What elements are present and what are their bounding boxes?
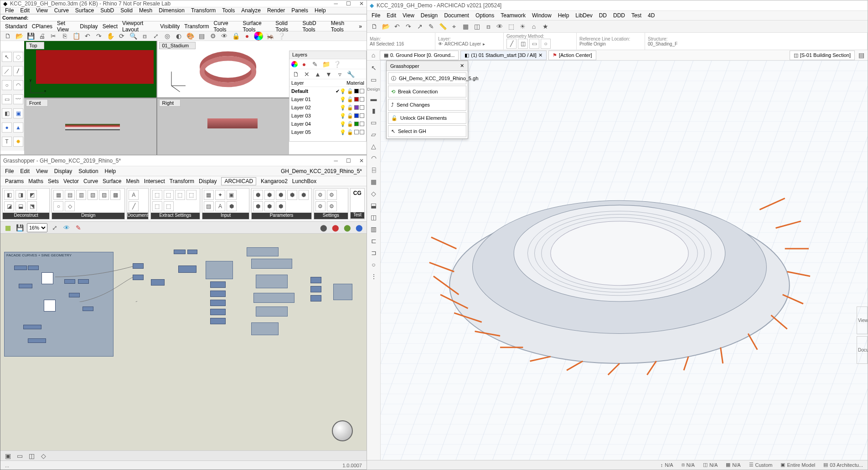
component-icon[interactable]: ◧ (4, 190, 14, 200)
gh-node[interactable] (14, 266, 27, 270)
tab-display[interactable]: Display (80, 23, 98, 30)
home-tab-icon[interactable]: ⌂ (369, 51, 378, 60)
zone-tool-icon[interactable]: ◫ (369, 213, 378, 222)
component-icon[interactable]: ○ (53, 201, 63, 211)
cone-icon[interactable]: ▲ (13, 123, 23, 133)
ac-grid-icon[interactable]: ▦ (461, 22, 470, 31)
component-icon[interactable]: ⬚ (152, 201, 162, 211)
gh-node[interactable] (44, 300, 56, 312)
tab-setview[interactable]: Set View (57, 20, 75, 33)
gh-node[interactable] (178, 266, 196, 273)
arc-icon[interactable]: ◠ (13, 80, 23, 90)
rhino-menu-solid[interactable]: Solid (120, 7, 133, 14)
gh-node[interactable] (174, 250, 186, 254)
gh-align-icon[interactable]: ◫ (27, 451, 36, 460)
gh-tab-lunchbox[interactable]: LunchBox (292, 178, 316, 184)
gh-menu-display[interactable]: Display (54, 168, 72, 174)
viewport-stadium[interactable]: 01_Stadium (157, 41, 289, 97)
stair-tool-icon[interactable]: ⌸ (369, 165, 378, 174)
bulb-icon[interactable]: 💡 (340, 105, 346, 111)
prop-refline-value[interactable]: Profile Origin (579, 41, 642, 46)
viewport-front[interactable]: Front (24, 98, 156, 155)
print-icon[interactable]: 🖨 (37, 31, 46, 41)
ac-menu-test[interactable]: Test (631, 12, 641, 19)
rhino-menu-file[interactable]: File (5, 7, 14, 14)
component-icon[interactable]: ⬢ (299, 190, 309, 200)
layer-row[interactable]: Layer 03💡🔓 (289, 112, 366, 120)
component-icon[interactable]: ◨ (16, 190, 26, 200)
gh-node[interactable] (210, 318, 226, 324)
undo-icon[interactable]: ↶ (83, 31, 92, 41)
ac-render-icon[interactable]: ☀ (518, 22, 527, 31)
filter-layer-icon[interactable]: ▿ (335, 70, 344, 79)
sphere-icon[interactable]: ● (243, 31, 252, 41)
close-icon[interactable]: ✕ (359, 0, 364, 7)
arrow-tool-icon[interactable]: ↖ (369, 63, 378, 72)
panel-close-icon[interactable]: ✕ (460, 63, 464, 69)
morph-tool-icon[interactable]: ◇ (369, 189, 378, 198)
redo-icon[interactable]: ↷ (94, 31, 103, 41)
gh-node[interactable] (23, 325, 41, 329)
gh-tab-params[interactable]: Params (5, 178, 24, 184)
paste-icon[interactable]: 📋 (72, 31, 81, 41)
gh-tab-mesh[interactable]: Mesh (126, 178, 139, 184)
tab-curvetools[interactable]: Curve Tools (214, 20, 238, 33)
maximize-icon[interactable]: ☐ (346, 0, 351, 7)
gh-menu-edit[interactable]: Edit (20, 168, 30, 174)
gh-group-icon[interactable]: ▭ (15, 451, 24, 460)
gh-misc-icon[interactable]: ◇ (39, 451, 48, 460)
ac-menu-teamwork[interactable]: Teamwork (501, 12, 526, 19)
ac-open-icon[interactable]: 📂 (381, 22, 390, 31)
gh-menu-file[interactable]: File (5, 168, 14, 174)
status-arch[interactable]: ▤ 03 Architectu... (823, 462, 863, 468)
component-icon[interactable]: ⚙ (327, 190, 337, 200)
ac-menu-file[interactable]: File (372, 12, 380, 19)
box-icon[interactable]: ▣ (13, 108, 23, 118)
geom-method-icon[interactable]: ╱ (506, 39, 517, 49)
component-icon[interactable]: ⬢ (276, 201, 286, 211)
pointer-icon[interactable]: ↖ (2, 52, 12, 62)
component-icon[interactable]: ╱ (129, 201, 139, 211)
ac-snap-icon[interactable]: ⌖ (450, 22, 459, 31)
component-icon[interactable]: ⬚ (152, 190, 162, 200)
lock-icon[interactable]: 🔓 (347, 105, 353, 111)
component-icon[interactable]: ▦ (53, 190, 63, 200)
sphere-tool-icon[interactable]: ● (2, 123, 12, 133)
close-tab-icon[interactable]: ✕ (538, 52, 542, 58)
beam-tool-icon[interactable]: ▭ (369, 118, 378, 127)
ac-menu-view[interactable]: View (403, 12, 414, 19)
gh-save-icon[interactable]: 💾 (15, 223, 24, 232)
rhino-menu-edit[interactable]: Edit (20, 7, 30, 14)
layer-row[interactable]: Layer 01💡🔓 (289, 95, 366, 103)
minimize-icon[interactable]: ─ (334, 0, 338, 7)
circle-icon[interactable]: ○ (2, 80, 12, 90)
rhino-menu-tools[interactable]: Tools (222, 7, 235, 14)
gh-node[interactable] (310, 277, 321, 283)
gh-menu-solution[interactable]: Solution (78, 168, 98, 174)
tab-layers-icon[interactable]: ▤ (857, 51, 866, 60)
component-icon[interactable]: ⬚ (164, 190, 174, 200)
viewport-stadium-label[interactable]: 01_Stadium (159, 42, 196, 49)
tab-transform[interactable]: Transform (184, 23, 209, 30)
gh-disable-icon[interactable]: ⬤ (319, 223, 328, 232)
lock-icon[interactable]: 🔓 (347, 129, 353, 135)
ac-pick-icon[interactable]: ↗ (415, 22, 424, 31)
tab-subdtools[interactable]: SubD Tools (303, 20, 326, 33)
lock-icon[interactable]: 🔓 (347, 121, 353, 127)
gh-node[interactable] (78, 279, 89, 284)
component-icon[interactable]: ⚙ (315, 190, 326, 200)
new-layer-icon[interactable]: 🗋 (291, 70, 300, 79)
viewport-top-label[interactable]: Top (26, 42, 44, 49)
cg-label[interactable]: CG (353, 190, 362, 196)
component-icon[interactable]: ⬓ (16, 201, 26, 211)
gh-group[interactable] (256, 307, 288, 317)
component-icon[interactable]: ⬔ (27, 201, 37, 211)
lock-icon[interactable]: 🔒 (231, 31, 240, 41)
ac-menu-options[interactable]: Options (475, 12, 494, 19)
component-icon[interactable]: ⬚ (164, 201, 174, 211)
more-tool-icon[interactable]: ⋮ (369, 272, 378, 281)
component-icon[interactable]: A (215, 201, 225, 211)
select-in-gh-button[interactable]: ↖Select in GH (388, 125, 466, 137)
ac-undo-icon[interactable]: ↶ (393, 22, 402, 31)
gh-cluster-icon[interactable]: ▣ (3, 451, 12, 460)
